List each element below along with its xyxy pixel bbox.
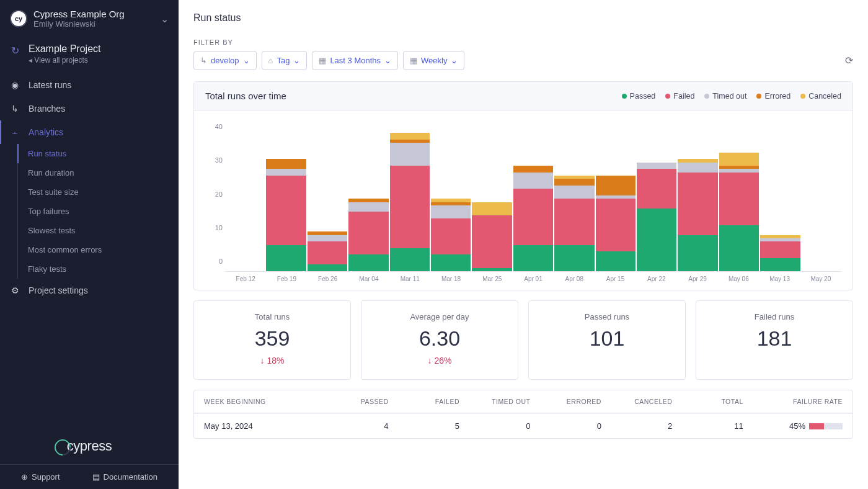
org-logo: cy [10, 10, 27, 27]
subnav-top-failures[interactable]: Top failures [18, 202, 179, 221]
runs-table: Week beginningPassedFailedTimed outError… [193, 390, 853, 439]
filter-range-label: Last 3 Months [330, 56, 381, 65]
bar-column[interactable] [225, 123, 265, 271]
org-name: Cypress Example Org [33, 9, 154, 19]
filter-tag[interactable]: ⌂ Tag ⌄ [262, 51, 308, 70]
filter-gran-label: Weekly [421, 56, 447, 65]
subnav-common-errors[interactable]: Most common errors [18, 240, 179, 259]
tag-icon: ⌂ [268, 56, 273, 65]
nav-label: Project settings [29, 285, 88, 295]
project-block: ↻ Example Project ◂ View all projects [0, 37, 179, 68]
bar-column[interactable] [802, 123, 841, 271]
chart-y-axis: 403020100 [205, 123, 223, 265]
bar-chart-icon: ⫠ [10, 127, 20, 137]
kpi-card: Passed runs101 [528, 300, 686, 380]
support-link[interactable]: ⊕ Support [21, 472, 60, 482]
chevron-down-icon: ⌄ [384, 56, 391, 65]
view-all-projects[interactable]: ◂ View all projects [29, 56, 169, 65]
filter-branch-label: develop [211, 56, 239, 65]
calendar-icon: ▦ [319, 56, 326, 65]
bar-column[interactable] [554, 123, 594, 271]
nav-label: Branches [29, 104, 65, 114]
chevron-down-icon: ⌄ [161, 13, 169, 25]
legend-item: Errored [756, 92, 790, 101]
chevron-down-icon: ⌄ [243, 56, 250, 65]
refresh-icon[interactable]: ⟳ [845, 55, 853, 66]
kpi-card: Total runs359↓ 18% [193, 300, 351, 380]
legend-item: Passed [622, 92, 656, 101]
bar-column[interactable] [678, 123, 717, 271]
chart-legend: PassedFailedTimed outErroredCanceled [622, 92, 841, 101]
check-circle-icon: ◉ [10, 80, 20, 90]
bar-column[interactable] [431, 123, 471, 271]
docs-label: Documentation [104, 472, 157, 482]
subnav-run-status[interactable]: Run status [17, 144, 179, 163]
kpi-card: Average per day6.30↓ 26% [361, 300, 518, 380]
bar-column[interactable] [472, 123, 512, 271]
table-row[interactable]: May 13, 2024450021145% [194, 413, 852, 438]
nav-project-settings[interactable]: ⚙ Project settings [0, 279, 179, 302]
nav-latest-runs[interactable]: ◉ Latest runs [0, 73, 179, 97]
subnav-test-suite[interactable]: Test suite size [18, 182, 179, 202]
chevron-down-icon: ⌄ [451, 56, 458, 65]
nav-branches[interactable]: ↳ Branches [0, 97, 179, 120]
kpi-row: Total runs359↓ 18%Average per day6.30↓ 2… [193, 300, 853, 380]
bar-column[interactable] [719, 123, 759, 271]
bar-column[interactable] [308, 123, 347, 271]
branch-icon: ↳ [200, 56, 207, 65]
filter-branch[interactable]: ↳ develop ⌄ [193, 51, 257, 70]
bar-column[interactable] [266, 123, 306, 271]
filter-date-range[interactable]: ▦ Last 3 Months ⌄ [312, 51, 398, 70]
documentation-link[interactable]: ▤ Documentation [92, 472, 157, 482]
nav-analytics[interactable]: ⫠ Analytics [0, 120, 179, 144]
nav-label: Latest runs [29, 80, 71, 90]
calendar-icon: ▦ [410, 56, 417, 65]
nav: ◉ Latest runs ↳ Branches ⫠ Analytics Run… [0, 73, 179, 302]
legend-item: Canceled [800, 92, 841, 101]
sync-icon: ↻ [11, 45, 19, 56]
table-header: Week beginningPassedFailedTimed outError… [194, 390, 852, 413]
sidebar: cy Cypress Example Org Emily Wisniewski … [0, 0, 179, 489]
bar-column[interactable] [513, 123, 553, 271]
filters: ↳ develop ⌄ ⌂ Tag ⌄ ▦ Last 3 Months ⌄ ▦ … [193, 51, 464, 70]
book-icon: ▤ [92, 472, 100, 482]
chart-title: Total runs over time [205, 91, 286, 101]
org-switcher[interactable]: cy Cypress Example Org Emily Wisniewski … [0, 0, 179, 37]
nav-label: Analytics [29, 127, 63, 137]
analytics-subnav: Run status Run duration Test suite size … [17, 144, 179, 279]
filter-granularity[interactable]: ▦ Weekly ⌄ [403, 51, 464, 70]
kpi-card: Failed runs181 [696, 300, 853, 380]
bar-column[interactable] [637, 123, 676, 271]
legend-item: Timed out [704, 92, 746, 101]
chevron-down-icon: ⌄ [293, 56, 300, 65]
life-ring-icon: ⊕ [21, 472, 28, 482]
branch-icon: ↳ [10, 104, 20, 114]
cypress-logo: cypress [0, 428, 179, 464]
bar-column[interactable] [760, 123, 800, 271]
bar-column[interactable] [390, 123, 430, 271]
page-title: Run status [193, 12, 853, 24]
gear-icon: ⚙ [10, 285, 20, 295]
legend-item: Failed [665, 92, 694, 101]
chart-x-axis: Feb 12Feb 19Feb 26Mar 04Mar 11Mar 18Mar … [225, 276, 841, 282]
filter-tag-label: Tag [277, 56, 290, 65]
subnav-run-duration[interactable]: Run duration [18, 163, 179, 182]
main-content: Run status Filter by ↳ develop ⌄ ⌂ Tag ⌄… [179, 0, 868, 489]
bar-column[interactable] [348, 123, 388, 271]
project-name: Example Project [29, 43, 169, 55]
subnav-slowest[interactable]: Slowest tests [18, 221, 179, 240]
table-body: May 13, 2024450021145% [194, 413, 852, 438]
chart-card: Total runs over time PassedFailedTimed o… [193, 81, 853, 290]
support-label: Support [32, 472, 60, 482]
chart-plot [225, 123, 841, 272]
subnav-flaky[interactable]: Flaky tests [18, 259, 179, 279]
view-all-label: View all projects [34, 56, 87, 65]
org-user: Emily Wisniewski [33, 19, 154, 29]
bar-column[interactable] [596, 123, 636, 271]
filter-by-label: Filter by [193, 38, 853, 46]
footer-links: ⊕ Support ▤ Documentation [0, 464, 179, 489]
